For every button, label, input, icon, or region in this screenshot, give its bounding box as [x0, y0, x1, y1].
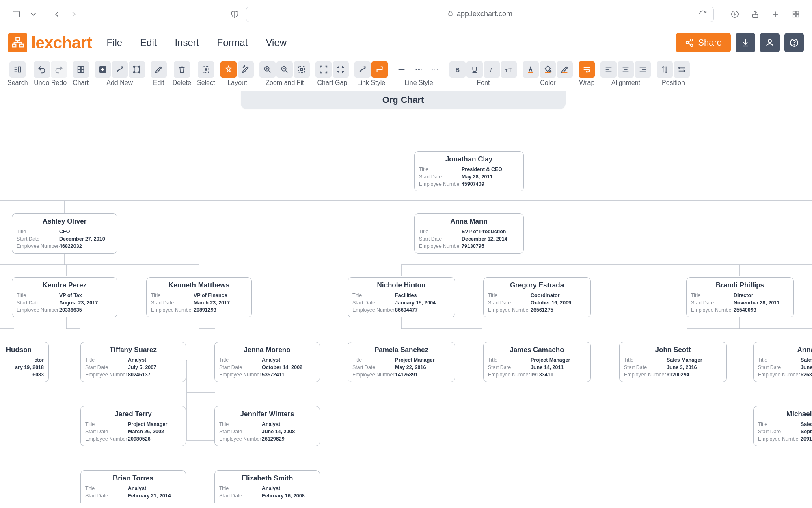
svg-rect-47: [205, 68, 207, 71]
menu-file[interactable]: File: [106, 37, 122, 48]
tb-delete[interactable]: [174, 61, 190, 78]
refresh-icon[interactable]: [697, 9, 708, 20]
download-button[interactable]: [736, 33, 755, 52]
share-up-icon[interactable]: [749, 9, 761, 20]
node-torres[interactable]: Brian Torres TitleAnalyst Start DateFebr…: [80, 470, 186, 503]
node-matthews[interactable]: Kenneth Matthews TitleVP of Finance Star…: [146, 277, 252, 317]
tb-zoom-in[interactable]: [259, 61, 276, 78]
svg-rect-35: [81, 67, 84, 69]
svg-rect-0: [13, 11, 20, 17]
tabs-grid-icon[interactable]: [790, 9, 801, 20]
chevron-down-icon[interactable]: [28, 9, 39, 20]
tb-line-solid[interactable]: [393, 61, 410, 78]
svg-point-45: [138, 72, 140, 73]
node-annao[interactable]: Anna O TitleSales Start DateJune Employe…: [753, 342, 812, 382]
tb-add-link[interactable]: [112, 61, 128, 78]
tb-align-right[interactable]: [635, 61, 651, 78]
menu-edit[interactable]: Edit: [140, 37, 157, 48]
svg-point-22: [691, 44, 693, 47]
node-moreno[interactable]: Jenna Moreno TitleAnalyst Start DateOcto…: [214, 342, 320, 382]
tb-font-underline[interactable]: [466, 61, 483, 78]
new-tab-icon[interactable]: [770, 9, 781, 20]
tb-edit[interactable]: [151, 61, 167, 78]
address-bar[interactable]: app.lexchart.com: [246, 7, 714, 22]
svg-line-24: [688, 43, 691, 45]
svg-text:B: B: [456, 67, 460, 73]
tb-line-dash[interactable]: [410, 61, 427, 78]
svg-rect-10: [796, 11, 799, 13]
tb-redo[interactable]: [51, 61, 67, 78]
download-circle-icon[interactable]: [729, 9, 741, 20]
tb-line-dot[interactable]: [428, 61, 444, 78]
tb-font-italic[interactable]: I: [484, 61, 500, 78]
node-hinton[interactable]: Nichole Hinton TitleFacilities Start Dat…: [348, 277, 455, 317]
menu-insert[interactable]: Insert: [175, 37, 199, 48]
node-perez[interactable]: Kendra Perez TitleVP of Tax Start DateAu…: [12, 277, 117, 317]
account-button[interactable]: [760, 33, 780, 52]
share-label: Share: [698, 37, 722, 48]
svg-point-20: [691, 39, 693, 41]
svg-point-48: [243, 67, 244, 68]
shield-icon[interactable]: [229, 9, 240, 20]
tb-add-node[interactable]: [95, 61, 111, 78]
tb-font-bold[interactable]: B: [449, 61, 466, 78]
tb-color-border[interactable]: [557, 61, 573, 78]
chart-canvas[interactable]: Org Chart: [0, 91, 812, 508]
node-suarez[interactable]: Tiffany Suarez TitleAnalyst Start DateJu…: [80, 342, 186, 382]
svg-point-27: [768, 39, 771, 43]
node-mann[interactable]: Anna Mann TitleEVP of Production Start D…: [414, 213, 524, 254]
node-smith[interactable]: Elizabeth Smith TitleAnalyst Start DateF…: [214, 470, 320, 503]
tb-add-shape[interactable]: [129, 61, 145, 78]
tb-font-size[interactable]: TT: [501, 61, 517, 78]
tb-search[interactable]: [9, 61, 26, 78]
logo[interactable]: lexchart: [8, 33, 92, 52]
node-michael[interactable]: Michael Jo TitleSales Start DateSepte Em…: [753, 406, 812, 446]
tb-pos-v[interactable]: [657, 61, 673, 78]
tb-zoom-out[interactable]: [276, 61, 293, 78]
help-button[interactable]: [784, 33, 804, 52]
tb-gap-collapse[interactable]: [333, 61, 349, 78]
tb-undo[interactable]: [34, 61, 50, 78]
tb-layout-manual[interactable]: [238, 61, 254, 78]
svg-rect-11: [793, 14, 795, 17]
svg-point-42: [133, 66, 135, 68]
sidebar-toggle-icon[interactable]: [11, 9, 22, 20]
svg-point-69: [550, 71, 551, 72]
tb-zoom-fit[interactable]: [294, 61, 310, 78]
tb-link-curve[interactable]: [354, 61, 371, 78]
node-hudson[interactable]: Hudson ctor ary 19, 2018 6083: [0, 342, 49, 382]
node-phillips[interactable]: Brandi Phillips TitleDirector Start Date…: [686, 277, 794, 317]
node-terry[interactable]: Jared Terry TitleProject Manager Start D…: [80, 406, 186, 446]
tb-wrap[interactable]: [579, 61, 595, 78]
svg-rect-19: [19, 44, 23, 47]
svg-rect-9: [793, 11, 795, 13]
tb-align-left[interactable]: [600, 61, 617, 78]
node-sanchez[interactable]: Pamela Sanchez TitleProject Manager Star…: [348, 342, 455, 382]
forward-icon[interactable]: [68, 9, 80, 20]
back-icon[interactable]: [51, 9, 63, 20]
node-camacho[interactable]: James Camacho TitleProject Manager Start…: [483, 342, 591, 382]
node-scott[interactable]: John Scott TitleSales Manager Start Date…: [619, 342, 727, 382]
url-text: app.lexchart.com: [457, 10, 512, 18]
node-estrada[interactable]: Gregory Estrada TitleCoordinator Start D…: [483, 277, 591, 317]
tb-gap-expand[interactable]: [315, 61, 332, 78]
share-button[interactable]: Share: [676, 33, 731, 52]
tb-pos-h[interactable]: [674, 61, 690, 78]
tb-select[interactable]: [198, 61, 214, 78]
menu-format[interactable]: Format: [217, 37, 248, 48]
tb-link-elbow[interactable]: [371, 61, 388, 78]
tb-chart[interactable]: [73, 61, 89, 78]
tb-layout-auto[interactable]: [220, 61, 237, 78]
svg-rect-36: [78, 70, 80, 72]
tb-align-center[interactable]: [618, 61, 634, 78]
node-oliver[interactable]: Ashley Oliver TitleCFO Start DateDecembe…: [12, 213, 117, 254]
svg-line-51: [269, 71, 271, 73]
logo-mark-icon: [8, 33, 27, 52]
tb-color-fill[interactable]: [540, 61, 556, 78]
svg-rect-13: [16, 38, 19, 41]
node-clay[interactable]: Jonathan Clay TitlePresident & CEO Start…: [414, 151, 524, 191]
menu-view[interactable]: View: [266, 37, 287, 48]
tb-color-text[interactable]: [523, 61, 539, 78]
logo-text: lexchart: [31, 34, 92, 52]
node-winters[interactable]: Jennifer Winters TitleAnalyst Start Date…: [214, 406, 320, 446]
